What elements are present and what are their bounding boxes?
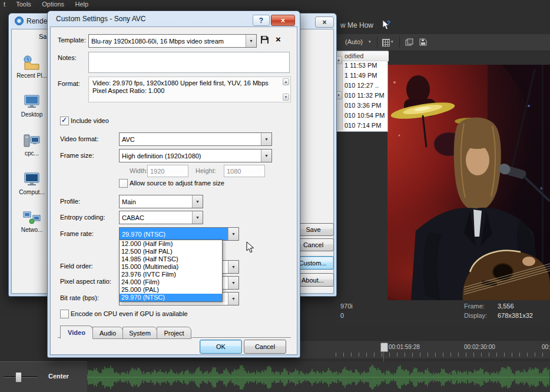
tab-system[interactable]: System xyxy=(122,327,157,339)
width-label: Width: xyxy=(130,167,148,174)
encode-cpu-checkbox[interactable] xyxy=(60,310,69,318)
timeline-time-label: 00:0 xyxy=(542,344,550,350)
file-date-cell[interactable]: 010 12:27 .. xyxy=(342,81,387,91)
dropdown-option[interactable]: 24.000 (Film) xyxy=(120,278,222,286)
profile-combo[interactable]: Main ▼ xyxy=(119,195,203,208)
dropdown-option[interactable]: 15.000 (Multimedia) xyxy=(120,263,222,271)
field-order-label: Field order: xyxy=(60,263,93,270)
display-label: Display: xyxy=(464,312,487,319)
scroll-down-icon[interactable]: ▼ xyxy=(283,94,289,101)
help-button[interactable]: ? xyxy=(253,15,270,26)
chevron-down-icon: ▼ xyxy=(192,195,203,208)
dropdown-option[interactable]: 23.976 (IVTC Film) xyxy=(120,271,222,278)
place-desktop[interactable]: Desktop xyxy=(14,94,50,118)
save-snapshot-icon[interactable] xyxy=(419,38,427,46)
delete-template-icon[interactable]: × xyxy=(276,34,281,44)
file-date-cell[interactable]: 010 11:32 PM xyxy=(342,91,387,101)
render-dialog-icon xyxy=(15,16,24,25)
preview-quality-dropdown[interactable]: (Auto) xyxy=(345,38,363,45)
template-label: Template: xyxy=(58,36,86,44)
chevron-down-icon[interactable]: ▾ xyxy=(391,39,393,44)
vegas-app-window: t Tools Options Help w Me How ? (Auto) ▾… xyxy=(0,0,550,392)
notes-label: Notes: xyxy=(58,54,77,61)
video-preview-image xyxy=(387,65,550,300)
tab-project[interactable]: Project xyxy=(157,327,191,339)
preview-zero-fragment: 0 xyxy=(340,312,344,319)
place-label: Netwo... xyxy=(14,227,50,233)
render-dialog-title: Render xyxy=(26,17,49,25)
dropdown-option[interactable]: 12.500 (Half PAL) xyxy=(120,248,222,255)
cancel-button[interactable]: Cancel xyxy=(244,340,286,354)
audio-track[interactable] xyxy=(87,361,550,392)
include-video-checkbox[interactable] xyxy=(60,117,69,125)
custom-dialog-title: Custom Settings - Sony AVC xyxy=(56,15,146,23)
profile-label: Profile: xyxy=(60,198,80,205)
format-label: Format: xyxy=(58,80,80,87)
scroll-up-icon[interactable]: ▲ xyxy=(283,78,289,85)
dropdown-option-selected[interactable]: 29.970 (NTSC) xyxy=(120,294,222,301)
ok-button[interactable]: OK xyxy=(200,340,242,354)
close-button[interactable]: × xyxy=(271,15,295,26)
chevron-down-icon: ▼ xyxy=(246,35,256,47)
dropdown-option[interactable]: 14.985 (Half NTSC) xyxy=(120,255,222,263)
entropy-coding-combo[interactable]: CABAC ▼ xyxy=(119,211,203,224)
places-bar: Recent Pl... Desktop xyxy=(13,49,51,247)
frame-rate-value: 29.970 (NTSC) xyxy=(120,228,228,240)
frame-rate-label: Frame rate: xyxy=(60,230,94,237)
file-date-cell[interactable]: 010 7:14 PM xyxy=(342,121,387,131)
waveform xyxy=(87,364,550,391)
frame-size-value: High definition (1920x1080) xyxy=(120,150,261,162)
custom-dialog-titlebar[interactable]: Custom Settings - Sony AVC ? × xyxy=(48,11,300,26)
timeline-ruler[interactable]: 00:01:59:28 00:02:30:00 00:0 xyxy=(299,340,550,358)
date-modified-header[interactable]: odified xyxy=(342,51,389,61)
format-info-box: Video: 29.970 fps, 1920x1080 Upper field… xyxy=(88,77,291,102)
entropy-coding-label: Entropy coding: xyxy=(60,214,105,221)
desktop-icon xyxy=(23,94,41,109)
preview-rate-fragment: 970i xyxy=(340,303,353,310)
tab-video[interactable]: Video xyxy=(60,325,93,339)
height-input: 1080 xyxy=(224,165,265,177)
bit-rate-label: Bit rate (bps): xyxy=(60,294,99,301)
entropy-coding-value: CABAC xyxy=(120,211,192,224)
display-value: 678x381x32 xyxy=(498,312,533,319)
place-recent-places[interactable]: Recent Pl... xyxy=(14,55,50,79)
render-dialog-close-button[interactable]: × xyxy=(315,16,334,28)
pan-slider-thumb[interactable] xyxy=(15,372,22,383)
menu-bar-fragment[interactable]: t Tools Options Help xyxy=(4,1,88,8)
place-cpc[interactable]: cpc... xyxy=(14,133,50,157)
frame-label: Frame: xyxy=(464,303,485,310)
chevron-down-icon: ▼ xyxy=(261,133,271,145)
notes-input[interactable] xyxy=(88,52,290,73)
allow-source-checkbox[interactable] xyxy=(119,179,128,188)
svg-text:?: ? xyxy=(387,19,391,26)
chevron-down-icon[interactable]: ▾ xyxy=(369,39,371,44)
show-me-how-icon: ? xyxy=(382,19,391,31)
file-date-cell[interactable]: 1 11:53 PM xyxy=(342,61,387,71)
chevron-down-icon: ▼ xyxy=(228,261,238,273)
video-format-combo[interactable]: AVC ▼ xyxy=(119,132,272,146)
copy-snapshot-icon[interactable] xyxy=(405,38,413,46)
dropdown-option[interactable]: 12.000 (Half Film) xyxy=(120,240,222,248)
pan-center-label: Center xyxy=(48,373,69,380)
frame-rate-combo[interactable]: 29.970 (NTSC) ▼ xyxy=(119,227,239,241)
file-date-cell[interactable]: 010 10:54 PM xyxy=(342,111,387,121)
frame-size-combo[interactable]: High definition (1920x1080) ▼ xyxy=(119,149,272,162)
timeline-time-label: 00:02:30:00 xyxy=(464,344,495,350)
show-me-how-label[interactable]: w Me How xyxy=(340,21,373,29)
tab-audio[interactable]: Audio xyxy=(92,327,123,339)
network-icon xyxy=(23,210,41,225)
chevron-down-icon: ▼ xyxy=(228,277,238,289)
file-date-cell[interactable]: 1 11:49 PM xyxy=(342,71,387,81)
computer-icon xyxy=(23,172,41,187)
video-format-label: Video format: xyxy=(60,135,98,142)
place-computer[interactable]: Comput... xyxy=(14,172,50,195)
place-network[interactable]: Netwo... xyxy=(14,210,50,233)
timeline-cursor-marker[interactable] xyxy=(380,343,388,352)
format-line1: Video: 29.970 fps, 1920x1080 Upper field… xyxy=(92,79,269,87)
dropdown-option[interactable]: 25.000 (PAL) xyxy=(120,286,222,294)
file-date-cell[interactable]: 010 3:36 PM xyxy=(342,101,387,111)
grid-overlay-icon[interactable] xyxy=(382,39,390,46)
save-template-icon[interactable] xyxy=(260,35,269,44)
save-in-label: Sa xyxy=(39,33,47,40)
template-combo[interactable]: Blu-ray 1920x1080-60i, 16 Mbps video str… xyxy=(88,34,257,48)
